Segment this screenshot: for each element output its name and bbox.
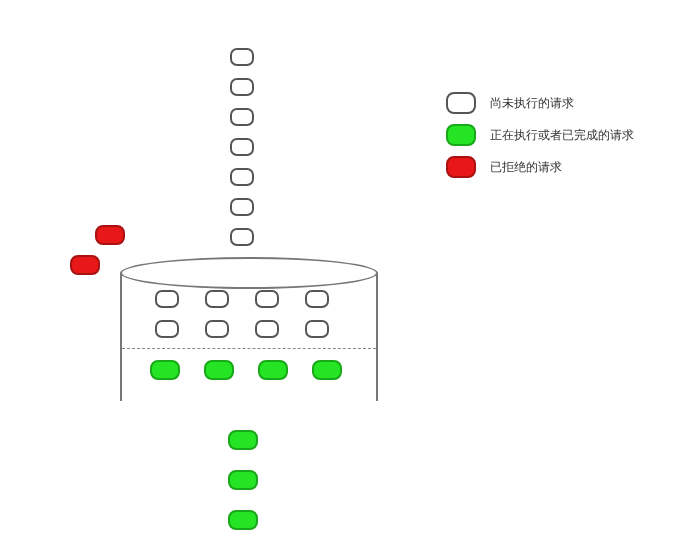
rejected-request-pill: [70, 255, 100, 275]
bucket-active-pill: [258, 360, 288, 380]
incoming-request-pill: [230, 228, 254, 246]
legend-swatch-pending: [446, 92, 476, 114]
legend-row-pending: 尚未执行的请求: [446, 92, 634, 114]
legend-label-pending: 尚未执行的请求: [490, 95, 574, 112]
incoming-request-pill: [230, 168, 254, 186]
completed-request-pill: [228, 430, 258, 450]
legend-swatch-active: [446, 124, 476, 146]
bucket-active-pill: [204, 360, 234, 380]
bucket-pending-pill: [155, 290, 179, 308]
bucket-divider: [122, 348, 376, 349]
bucket-pending-pill: [305, 320, 329, 338]
incoming-request-pill: [230, 198, 254, 216]
bucket-top: [120, 257, 378, 289]
legend-label-active: 正在执行或者已完成的请求: [490, 127, 634, 144]
legend-swatch-rejected: [446, 156, 476, 178]
bucket-pending-pill: [205, 290, 229, 308]
completed-request-pill: [228, 510, 258, 530]
legend-row-active: 正在执行或者已完成的请求: [446, 124, 634, 146]
legend: 尚未执行的请求 正在执行或者已完成的请求 已拒绝的请求: [446, 92, 634, 188]
bucket-pending-pill: [155, 320, 179, 338]
legend-label-rejected: 已拒绝的请求: [490, 159, 562, 176]
legend-row-rejected: 已拒绝的请求: [446, 156, 634, 178]
incoming-request-pill: [230, 138, 254, 156]
bucket-pending-pill: [305, 290, 329, 308]
bucket-active-pill: [312, 360, 342, 380]
bucket-active-pill: [150, 360, 180, 380]
completed-request-pill: [228, 470, 258, 490]
incoming-request-pill: [230, 108, 254, 126]
rejected-request-pill: [95, 225, 125, 245]
bucket-pending-pill: [255, 320, 279, 338]
incoming-request-pill: [230, 48, 254, 66]
bucket-pending-pill: [255, 290, 279, 308]
bucket-pending-pill: [205, 320, 229, 338]
incoming-request-pill: [230, 78, 254, 96]
